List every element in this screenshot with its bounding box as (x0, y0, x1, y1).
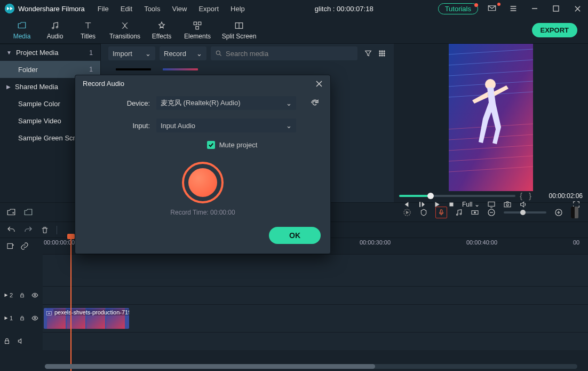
window-minimize-button[interactable] (527, 5, 542, 12)
timeline-track-empty[interactable] (43, 254, 588, 286)
folder-icon[interactable] (23, 208, 33, 217)
svg-point-3 (56, 26, 58, 28)
window-close-button[interactable] (570, 5, 585, 12)
menu-tools[interactable]: Tools (139, 3, 165, 15)
track-gutter-1: 1 (0, 304, 43, 332)
grid-view-icon[interactable] (378, 49, 386, 58)
export-button[interactable]: EXPORT (532, 23, 577, 37)
app-logo-icon (4, 3, 15, 14)
timeline-track-2[interactable] (43, 286, 588, 304)
timeline-track-audio[interactable] (43, 332, 588, 350)
svg-point-13 (382, 53, 383, 54)
module-tabs: Media Audio Titles Transitions Effects E… (0, 17, 588, 44)
tab-titles[interactable]: Titles (71, 21, 105, 40)
svg-rect-1 (553, 6, 559, 11)
record-time-label: Record Time: 00:00:00 (170, 209, 235, 216)
svg-rect-42 (7, 243, 12, 248)
eye-icon[interactable] (31, 291, 38, 299)
record-dropdown[interactable]: Record ⌄ (160, 46, 206, 60)
add-track-icon[interactable] (6, 242, 15, 250)
tab-transitions[interactable]: Transitions (105, 21, 145, 40)
undo-icon[interactable] (6, 225, 16, 235)
lock-icon[interactable] (3, 337, 11, 345)
trash-icon[interactable] (41, 226, 49, 234)
preview-video[interactable] (394, 44, 588, 191)
tab-effects[interactable]: Effects (145, 21, 178, 40)
input-label: Input: (86, 122, 150, 130)
dialog-title: Record Audio (83, 80, 124, 88)
marker-icon[interactable] (419, 208, 428, 217)
chevron-down-icon: ⌄ (286, 122, 292, 130)
search-input[interactable]: Search media (211, 46, 357, 60)
device-dropdown[interactable]: 麦克风 (Realtek(R) Audio) ⌄ (156, 96, 296, 110)
tab-media[interactable]: Media (5, 21, 38, 40)
tutorials-button[interactable]: Tutorials (438, 3, 478, 14)
zoom-in-icon[interactable] (554, 208, 563, 217)
filter-icon[interactable] (364, 49, 372, 58)
mark-in-icon[interactable]: { (520, 191, 522, 200)
svg-point-8 (216, 51, 220, 54)
svg-point-37 (460, 213, 462, 215)
messages-icon[interactable] (484, 4, 499, 13)
svg-rect-4 (194, 22, 196, 25)
render-icon[interactable] (402, 208, 412, 217)
menu-export[interactable]: Export (193, 3, 224, 15)
mark-out-icon[interactable]: } (529, 191, 531, 200)
menu-list-icon[interactable] (506, 4, 521, 13)
svg-point-12 (379, 53, 380, 54)
svg-point-46 (34, 317, 36, 319)
lock-icon[interactable] (19, 292, 25, 298)
svg-point-14 (384, 53, 385, 54)
check-icon (208, 142, 214, 148)
preview-pane: {} 00:00:02:06 Full⌄ (394, 44, 588, 202)
lock-icon[interactable] (19, 315, 25, 321)
zoom-fit-icon[interactable] (571, 207, 578, 218)
tab-audio[interactable]: Audio (38, 21, 71, 40)
tab-split-screen[interactable]: Split Screen (217, 21, 261, 40)
zoom-out-icon[interactable] (487, 208, 496, 217)
media-thumbnail[interactable] (163, 68, 198, 70)
record-button[interactable] (182, 162, 224, 203)
tab-elements[interactable]: Elements (178, 21, 217, 40)
svg-point-9 (379, 51, 380, 52)
timeline-scrollbar[interactable] (45, 364, 577, 369)
menu-file[interactable]: File (92, 3, 114, 15)
refresh-icon[interactable] (310, 98, 320, 108)
sidebar-item-project-media[interactable]: ▼ Project Media 1 (0, 44, 100, 61)
chevron-down-icon: ⌄ (196, 50, 202, 58)
chevron-down-icon: ⌄ (286, 99, 292, 107)
input-dropdown[interactable]: Input Audio ⌄ (156, 119, 296, 132)
import-dropdown[interactable]: Import ⌄ (108, 46, 155, 60)
playhead[interactable] (70, 238, 71, 371)
main-menu: File Edit Tools View Export Help (92, 3, 250, 15)
device-label: Device: (86, 99, 150, 107)
clip-video-1[interactable]: pexels-shvets-production-719 (44, 308, 129, 329)
close-icon[interactable] (315, 80, 323, 88)
svg-rect-5 (198, 22, 201, 25)
media-thumbnail[interactable] (116, 68, 151, 70)
keyframe-icon[interactable] (471, 208, 479, 217)
menu-help[interactable]: Help (225, 3, 250, 15)
voiceover-button[interactable] (435, 207, 447, 218)
menu-edit[interactable]: Edit (115, 3, 138, 15)
menu-view[interactable]: View (166, 3, 192, 15)
new-folder-icon[interactable] (6, 208, 16, 217)
redo-icon[interactable] (23, 225, 33, 235)
ok-button[interactable]: OK (269, 227, 321, 244)
link-icon[interactable] (20, 242, 29, 250)
svg-point-11 (384, 51, 385, 52)
svg-rect-43 (21, 295, 24, 297)
svg-rect-48 (5, 341, 9, 343)
search-icon (215, 50, 223, 57)
mute-project-checkbox[interactable]: Mute project (207, 141, 258, 149)
eye-icon[interactable] (31, 314, 38, 322)
preview-seekbar[interactable] (399, 195, 515, 197)
mute-icon[interactable] (17, 337, 25, 345)
window-maximize-button[interactable] (549, 5, 563, 12)
timeline-track-1[interactable]: pexels-shvets-production-719 (43, 304, 588, 332)
zoom-slider[interactable] (504, 211, 546, 214)
svg-rect-30 (450, 203, 454, 207)
audio-mixer-icon[interactable] (455, 208, 463, 217)
app-name: Wondershare Filmora (18, 5, 85, 13)
svg-rect-31 (488, 202, 495, 206)
